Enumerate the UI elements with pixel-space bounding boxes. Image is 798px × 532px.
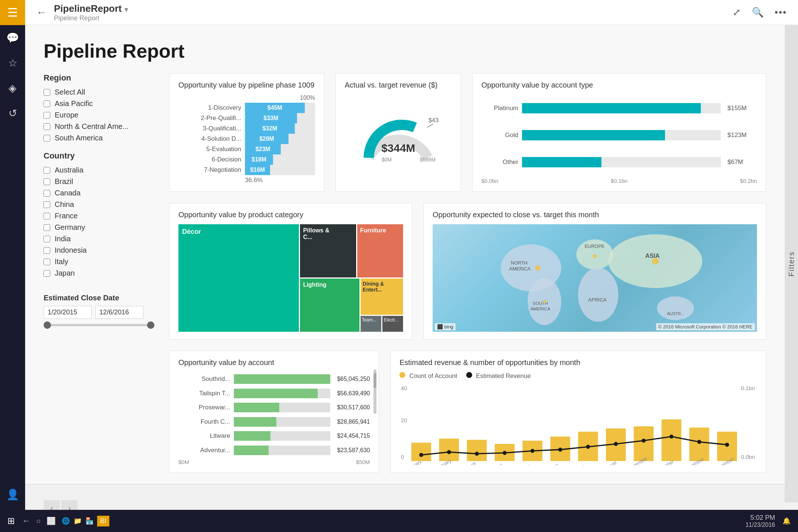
svg-text:AUSTR...: AUSTR... [667,311,684,316]
account-type-title: Opportunity value by account type [481,81,757,89]
scrollbar-thumb[interactable] [374,373,376,388]
sidebar-user-icon[interactable]: 👤 [0,482,25,507]
windows-back-icon[interactable]: ← [22,516,30,526]
sidebar-chat-icon[interactable]: 💬 [0,25,25,50]
topbar: ← PipelineReport ▾ Pipeline Report ⤢ 🔍 •… [25,0,798,25]
sidebar-analytics-icon[interactable]: ◈ [0,75,25,100]
account-type-bars: Platinum $155M Gold $123M [481,95,757,175]
country-indonesia[interactable]: Indonesia [44,245,154,256]
app-title: PipelineReport [54,3,122,14]
pipeline-bar-6: 6-Decision $18M [178,154,315,165]
map-credit: © 2016 Microsoft Corporation © 2016 HERE [656,323,755,330]
date-inputs [44,306,154,319]
svg-point-47 [669,434,673,439]
country-filter-title: Country [44,151,154,161]
region-select-all[interactable]: Select All [44,86,154,98]
search-icon[interactable]: 🔍 [752,7,764,18]
date-end-input[interactable] [95,306,143,319]
world-map-svg: ASIA EUROPE NORTH AMERICA SOUTH AMERICA … [433,224,757,332]
svg-text:0.1bn: 0.1bn [741,385,755,391]
filters-panel[interactable]: Filters [785,25,798,502]
treemap-small-cells: Dining & Entert... Team... Electr... [361,279,403,332]
country-australia[interactable]: Australia [44,164,154,176]
treemap-dining-label: Dining & Entert... [363,281,401,293]
account-bar-title: Opportunity value by account [178,358,370,367]
back-button[interactable]: ← [36,7,47,18]
acct-row-1: Southrid... $65,045,250 [178,374,370,384]
app-subtitle: Pipeline Report [54,14,128,22]
map-chart: Opportunity expected to close vs. target… [423,203,766,340]
taskbar-time: 5:02 PM [746,514,775,522]
windows-explorer-icon[interactable]: 📁 [74,517,82,525]
windows-edge-icon[interactable]: 🌐 [62,517,70,525]
country-india[interactable]: India [44,233,154,245]
legend-dot-yellow [399,372,405,378]
svg-text:March: March [463,461,477,465]
region-filter: Region Select All Asia Pacific Europe No… [44,73,154,144]
windows-cortana-icon[interactable]: ○ [36,517,41,525]
svg-rect-34 [634,426,654,461]
more-icon[interactable]: ••• [775,7,787,18]
country-canada[interactable]: Canada [44,187,154,199]
country-germany[interactable]: Germany [44,222,154,233]
region-europe[interactable]: Europe [44,109,154,121]
main-content: Pipeline Report Region Select All Asia P… [25,25,785,484]
svg-text:AMERICA: AMERICA [509,266,531,272]
country-italy[interactable]: Italy [44,256,154,267]
bing-logo: ⬛ bing [435,323,456,330]
date-start-input[interactable] [44,306,92,319]
pipeline-bottom-pct: 36.6% [245,177,315,184]
svg-text:May: May [521,463,531,465]
charts-top-row: Opportunity value by pipeline phase 1009… [169,73,766,192]
svg-point-43 [558,447,562,451]
windows-start-icon[interactable]: ⊞ [7,516,15,526]
svg-point-40 [475,452,479,456]
sidebar-refresh-icon[interactable]: ↺ [0,100,25,126]
pipeline-bar-3: 3-Qualificati... $32M [178,123,315,134]
country-japan[interactable]: Japan [44,267,154,279]
svg-point-46 [642,439,646,443]
region-asia-pacific-checkbox[interactable] [44,100,50,107]
expand-icon[interactable]: ⤢ [733,7,741,18]
svg-text:ASIA: ASIA [645,252,659,259]
treemap-top-right: Pillows &C... Furniture [300,224,403,277]
slider-thumb-right[interactable] [147,321,154,329]
country-france[interactable]: France [44,210,154,222]
windows-powerbi-icon[interactable]: BI [97,516,109,526]
country-brazil[interactable]: Brazil [44,176,154,187]
taskbar-notification-icon[interactable]: 🔔 [782,517,791,525]
slider-thumb-left[interactable] [44,321,51,329]
acct-bar-other: Other $67M [481,157,757,167]
svg-rect-28 [467,440,487,461]
svg-point-38 [419,453,423,457]
sidebar-menu-icon[interactable]: ☰ [0,0,25,25]
svg-point-48 [698,440,702,444]
region-select-all-checkbox[interactable] [44,89,50,96]
svg-point-49 [725,443,729,447]
app-title-arrow[interactable]: ▾ [125,6,128,13]
treemap-lighting: Lighting [300,279,359,332]
actual-vs-target-title: Actual vs. target revenue ($) [345,81,452,89]
svg-text:AFRICA: AFRICA [588,297,607,303]
country-china[interactable]: China [44,199,154,210]
sidebar: ☰ 💬 ☆ ◈ ↺ 👤 ⚙ [0,0,25,532]
region-south-america[interactable]: South America [44,132,154,144]
treemap-furniture-label: Furniture [360,227,386,234]
svg-text:$0M: $0M [382,157,392,163]
svg-text:EUROPE: EUROPE [585,243,605,249]
windows-store-icon[interactable]: 🏪 [85,517,93,525]
region-north-central[interactable]: North & Central Ame... [44,121,154,132]
sidebar-favorites-icon[interactable]: ☆ [0,50,25,75]
region-north-central-checkbox[interactable] [44,123,50,130]
svg-point-8 [657,297,694,320]
country-filter: Country Australia Brazil Canada China Fr… [44,151,154,279]
windows-multitask-icon[interactable]: ⬜ [47,516,56,525]
region-south-america-checkbox[interactable] [44,135,50,141]
actual-vs-target-chart: Actual vs. target revenue ($) $438M $0M … [335,73,461,192]
region-asia-pacific[interactable]: Asia Pacific [44,98,154,109]
date-slider[interactable] [44,324,154,326]
scrollbar[interactable] [374,369,376,414]
pipeline-bar-5: 5-Evaluation $23M [178,144,315,154]
treemap-pillows: Pillows &C... [300,224,356,277]
region-europe-checkbox[interactable] [44,112,50,119]
